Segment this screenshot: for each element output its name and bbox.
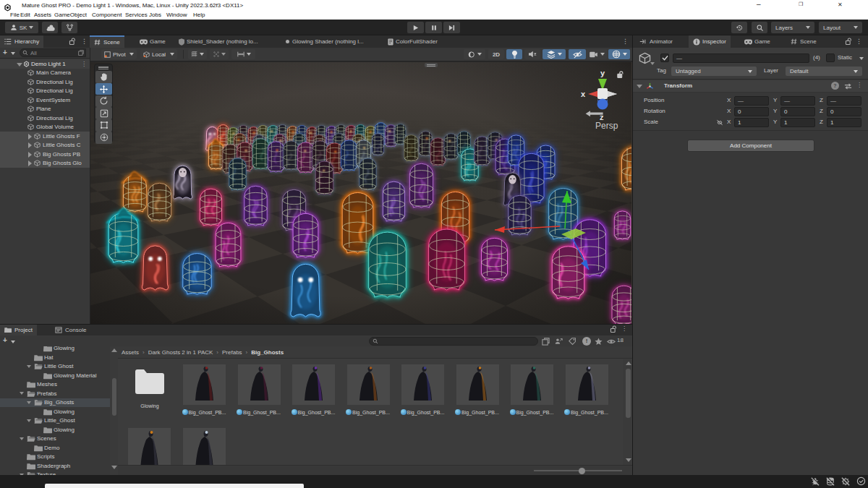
- svg-text:y: y: [600, 69, 605, 77]
- svg-text:x: x: [581, 90, 586, 98]
- svg-text:Persp: Persp: [595, 121, 618, 131]
